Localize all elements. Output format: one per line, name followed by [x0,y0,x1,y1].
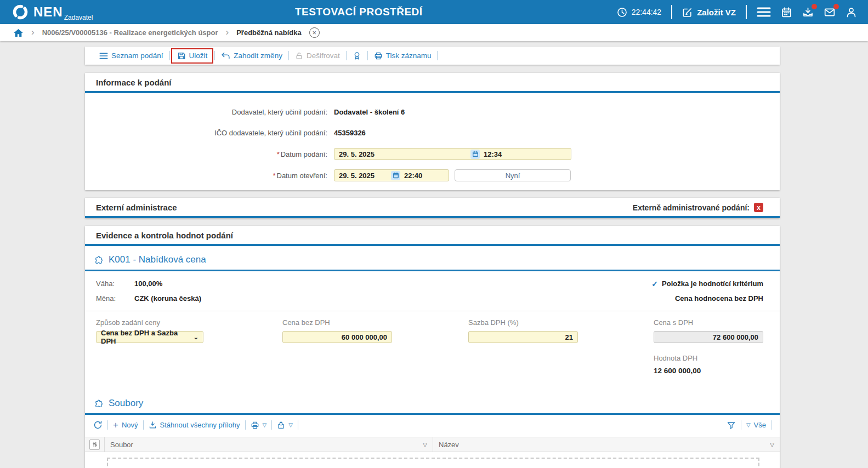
print-record-label: Tisk záznamu [386,52,432,60]
supplier-label: Dodavatel, který učinil podání: [96,108,327,116]
seznam-podani-button[interactable]: Seznam podání [99,52,163,60]
calendar-picker-icon[interactable] [470,150,480,159]
toolbar-divider [437,51,438,60]
printer-icon [251,421,259,430]
user-profile-icon[interactable] [846,7,857,18]
column-soubor-label: Soubor [110,441,133,449]
sazba-dph-input[interactable]: 21 [468,331,578,343]
new-file-label: Nový [122,421,138,429]
cena-bez-dph-input[interactable]: 60 000 000,00 [282,331,392,343]
datum-otevreni-row: *Datum otevření: 29. 5. 2025 22:40 Nyní [96,169,780,181]
datum-podani-date-input[interactable]: 29. 5. 2025 [339,150,470,158]
toolbar-divider [169,51,170,60]
soubory-title: Soubory [109,398,143,409]
save-icon [177,52,186,60]
column-filter-icon[interactable]: ▽ [770,442,774,448]
filter-funnel-icon[interactable] [727,421,736,430]
files-grid-toolbar: + Nový Stáhnout všechny přílohy [85,415,780,434]
datum-podani-row: *Datum podání: 29. 5. 2025 12:34 [96,148,780,160]
datum-podani-field[interactable]: 29. 5. 2025 12:34 [334,148,571,160]
logo-text: NEN [33,6,63,18]
mena-label: Měna: [96,294,134,303]
nen-application: NEN Zadavatel TESTOVACÍ PROSTŘEDÍ 22:44:… [0,0,868,468]
print-grid-button[interactable]: ▽ [251,421,267,430]
close-tab-icon[interactable]: × [309,27,320,38]
calendar-picker-icon[interactable] [391,171,400,180]
zpusob-zadani-label: Způsob zadání ceny [96,318,282,327]
record-toolbar: Seznam podání Uložit [85,47,780,65]
unlock-icon [295,52,303,60]
vaha-label: Váha: [96,279,134,288]
new-file-button[interactable]: + Nový [113,420,138,430]
messages-button[interactable] [824,7,836,18]
datum-otevreni-field[interactable]: 29. 5. 2025 22:40 [334,169,449,181]
dropdown-arrow-icon: ▽ [746,422,751,428]
filter-vse-label: Vše [754,421,766,429]
cena-s-dph-column: Cena s DPH 72 600 000,00 Hodnota DPH 12 … [654,318,763,375]
hodnota-dph-value: 12 600 000,00 [654,367,763,375]
column-header-soubor[interactable]: Soubor ▽ [105,437,433,452]
create-vz-button[interactable]: Založit VZ [682,7,736,18]
section-title-underline [85,216,780,218]
breadcrumb-item-contract[interactable]: N006/25/V00005136 - Realizace energetick… [42,28,218,37]
home-icon[interactable] [13,28,24,38]
top-header-bar: NEN Zadavatel TESTOVACÍ PROSTŘEDÍ 22:44:… [0,0,868,24]
print-record-button[interactable]: Tisk záznamu [374,52,432,60]
column-settings-cell[interactable] [85,437,105,452]
sazba-dph-column: Sazba DPH (%) 21 [468,318,654,375]
refresh-button[interactable] [93,420,103,430]
certificate-button[interactable] [353,51,361,60]
export-icon [277,421,285,430]
files-table-header: Soubor ▽ Název ▽ [85,437,780,452]
server-time: 22:44:42 [617,7,662,18]
column-header-nazev[interactable]: Název ▽ [433,437,780,452]
printer-icon [374,52,383,60]
save-button[interactable]: Uložit [177,52,208,60]
supplier-row: Dodavatel, který učinil podání: Dodavate… [96,106,780,118]
cena-s-dph-label: Cena s DPH [654,318,763,327]
chevron-down-icon: ⌄ [194,334,198,341]
nen-logo[interactable]: NEN Zadavatel [12,4,93,20]
inbox-button[interactable] [802,7,814,18]
file-dropzone[interactable]: Místo pro vaše dokumenty [107,458,759,468]
refresh-icon [93,420,103,430]
datum-otevreni-date-input[interactable]: 29. 5. 2025 [339,172,391,180]
decrypt-button: Dešifrovat [295,52,340,60]
toolbar-divider [288,51,289,60]
toolbar-divider [107,420,108,430]
datum-otevreni-time-input[interactable]: 22:40 [404,172,422,180]
download-icon [149,421,157,429]
section-informace-k-podani: Informace k podání Dodavatel, který učin… [85,73,780,190]
breadcrumb-chevron: › [226,27,229,37]
toolbar-divider [271,420,272,430]
zpusob-zadani-select[interactable]: Cena bez DPH a Sazba DPH ⌄ [96,331,203,343]
award-ribbon-icon [353,51,361,60]
download-all-button[interactable]: Stáhnout všechny přílohy [149,421,240,429]
column-nazev-label: Název [439,441,459,449]
dropdown-arrow-icon: ▽ [288,422,293,428]
breadcrumb-item-current: Předběžná nabídka [236,28,301,37]
breadcrumb: › N006/25/V00005136 - Realizace energeti… [0,24,868,41]
header-divider [671,5,672,19]
menu-icon[interactable] [757,7,771,18]
section-evidence-hodnot: Evidence a kontrola hodnot podání K001 -… [85,226,780,468]
dropdown-arrow-icon: ▽ [263,422,267,428]
time-value: 22:44:42 [632,8,662,16]
export-button[interactable]: ▽ [277,421,293,430]
section-externi-administrace: Externí administrace Externě administrov… [85,198,780,218]
list-icon [99,52,108,60]
nen-logo-icon [12,4,29,20]
cena-bez-dph-column: Cena bez DPH 60 000 000,00 [282,318,468,375]
no-flag-icon: x [754,203,763,212]
discard-changes-button[interactable]: Zahodit změny [221,52,282,60]
notification-dot [812,4,817,9]
puzzle-icon [94,255,104,265]
k001-header: K001 - Nabídková cena [85,246,780,270]
column-filter-icon[interactable]: ▽ [423,442,427,448]
filter-vse-button[interactable]: ▽ Vše [746,421,766,429]
datum-podani-time-input[interactable]: 12:34 [484,150,502,158]
toolbar-divider [214,51,215,60]
breadcrumb-chevron: › [31,27,35,37]
calendar-icon[interactable] [781,7,792,18]
nyni-button[interactable]: Nyní [455,169,571,181]
